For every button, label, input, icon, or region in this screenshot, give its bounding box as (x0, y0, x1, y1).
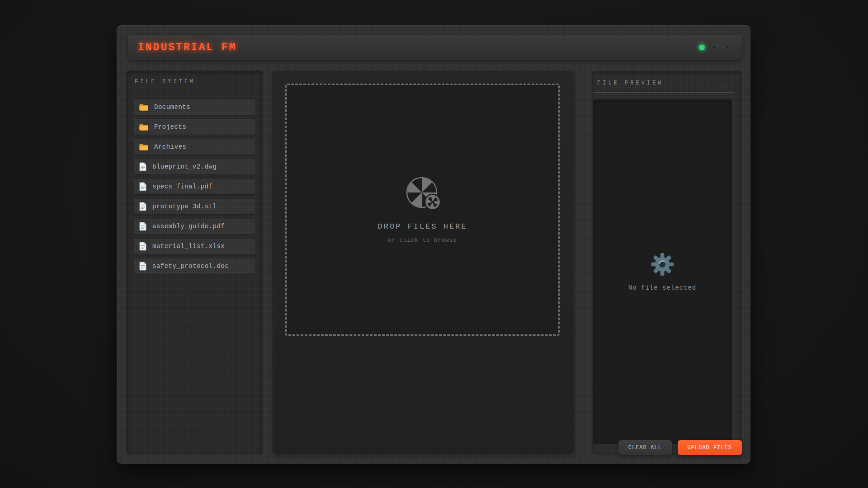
folder-icon (139, 143, 148, 151)
file-icon (139, 202, 146, 211)
list-item-label: Archives (154, 143, 186, 150)
file-icon (139, 262, 146, 271)
main-panel: DROP FILES HERE or click to browse (273, 71, 574, 454)
list-item-label: blueprint_v2.dwg (152, 163, 217, 170)
file-preview-header: FILE PREVIEW (593, 78, 733, 86)
list-item-label: safety_protocol.doc (152, 263, 229, 270)
file-preview-panel: FILE PREVIEW (592, 71, 742, 455)
file-icon (139, 222, 146, 231)
app-window: INDUSTRIAL FM FILE SYSTEM Documents Proj… (117, 25, 750, 464)
action-buttons: CLEAR ALL UPLOAD FILES (618, 440, 742, 455)
status-lights (699, 45, 730, 51)
clear-all-button[interactable]: CLEAR ALL (618, 440, 672, 455)
preview-box: No file selected (593, 99, 732, 444)
list-item-label: specs_final.pdf (152, 183, 213, 190)
preview-empty-text: No file selected (628, 284, 696, 291)
preview-divider (594, 92, 733, 93)
list-item-safety-protocol-doc[interactable]: safety_protocol.doc (134, 258, 255, 274)
list-item-archives[interactable]: Archives (134, 139, 255, 155)
file-system-header: FILE SYSTEM (134, 77, 255, 85)
window-light-1[interactable] (699, 45, 705, 51)
dropzone-title: DROP FILES HERE (377, 222, 467, 231)
upload-files-button[interactable]: UPLOAD FILES (678, 440, 742, 455)
folder-icon (139, 103, 148, 111)
file-system-panel: FILE SYSTEM Documents Projects (126, 70, 263, 455)
folder-icon (139, 123, 148, 131)
window-light-3[interactable] (724, 45, 730, 51)
list-item-label: assembly_guide.pdf (152, 223, 225, 230)
list-item-blueprint-v2-dwg[interactable]: blueprint_v2.dwg (134, 159, 255, 174)
film-reel-icon (404, 176, 442, 211)
list-item-projects[interactable]: Projects (134, 119, 255, 135)
list-item-prototype-3d-stl[interactable]: prototype_3d.stl (134, 199, 255, 214)
list-item-label: Projects (154, 123, 186, 131)
title-bar: INDUSTRIAL FM (128, 35, 742, 60)
app-title: INDUSTRIAL FM (138, 42, 236, 53)
list-item-documents[interactable]: Documents (134, 99, 255, 115)
window-light-2[interactable] (712, 45, 717, 51)
list-item-label: prototype_3d.stl (152, 203, 217, 210)
dropzone-subtitle: or click to browse (388, 237, 457, 244)
file-icon (139, 182, 146, 191)
gear-icon (651, 253, 674, 276)
list-item-label: material_list.xlsx (152, 243, 225, 250)
list-item-material-list-xlsx[interactable]: material_list.xlsx (134, 239, 255, 254)
file-icon (139, 162, 146, 171)
list-item-assembly-guide-pdf[interactable]: assembly_guide.pdf (134, 219, 255, 234)
dropzone[interactable]: DROP FILES HERE or click to browse (285, 84, 560, 336)
list-item-specs-final-pdf[interactable]: specs_final.pdf (134, 179, 255, 194)
file-list: Documents Projects Archives (134, 99, 255, 274)
sidebar-divider (134, 91, 255, 91)
file-icon (139, 242, 146, 251)
list-item-label: Documents (154, 103, 190, 111)
